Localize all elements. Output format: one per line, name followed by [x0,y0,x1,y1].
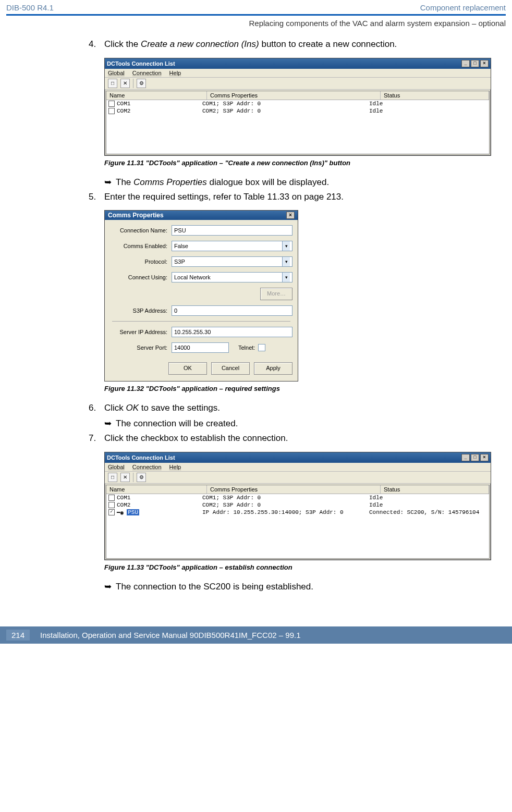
window-title: DCTools Connection List [107,454,175,461]
step-4: 4. Click the Create a new connection (In… [89,38,506,51]
server-ip-input[interactable]: 10.255.255.30 [172,327,292,337]
menu-connection[interactable]: Connection [132,70,162,76]
delete-button[interactable]: ✕ [120,473,130,482]
figure-11-33: DCTools Connection List _ □ × Global Con… [104,452,506,560]
server-port-input[interactable]: 14000 [172,342,229,353]
minimize-icon[interactable]: _ [461,60,470,67]
comms-enabled-select[interactable]: False▾ [172,241,292,251]
menu-connection[interactable]: Connection [132,464,162,470]
menu-help[interactable]: Help [169,70,181,76]
header-subtitle: Replacing components of the VAC and alar… [0,16,512,38]
protocol-select[interactable]: S3P▾ [172,256,292,267]
row-checkbox[interactable] [108,495,115,501]
step-5: 5. Enter the required settings, refer to… [89,191,506,203]
cancel-button[interactable]: Cancel [211,362,250,375]
arrow-icon: ➥ [104,581,116,593]
page-number: 214 [6,630,30,641]
figure-caption-33: Figure 11.33 "DCTools" application – est… [104,563,506,571]
menu-global[interactable]: Global [108,464,125,470]
dctools-window-2: DCTools Connection List _ □ × Global Con… [104,452,491,560]
result-line: ➥ The Comms Properties dialogue box will… [104,176,506,189]
minimize-icon[interactable]: _ [461,454,470,461]
result-line: ➥ The connection to the SC200 is being e… [104,581,506,593]
footer-text: Installation, Operation and Service Manu… [40,631,300,639]
maximize-icon[interactable]: □ [471,454,479,461]
header-right: Component replacement [420,3,506,12]
grid-header: Name Comms Properties Status [106,485,489,494]
chevron-down-icon[interactable]: ▾ [282,241,290,251]
separator [112,321,290,322]
grid-header: Name Comms Properties Status [106,91,489,100]
arrow-icon: ➥ [104,417,116,430]
result-line: ➥ The connection will be created. [104,417,506,430]
col-status[interactable]: Status [381,485,489,494]
window-toolbar: □ ✕ ⚙ [105,78,491,90]
header-left: DIB-500 R4.1 [6,3,54,12]
row-checkbox[interactable] [108,101,115,107]
step-number: 4. [89,38,104,51]
row-checkbox[interactable] [108,502,115,508]
main-content: 4. Click the Create a new connection (In… [0,38,512,611]
close-icon[interactable]: × [480,454,489,461]
col-name[interactable]: Name [106,485,207,494]
label-connection-name: Connection Name: [110,227,172,233]
properties-button[interactable]: ⚙ [137,473,146,482]
window-titlebar: DCTools Connection List _ □ × [105,452,491,463]
connection-list: Name Comms Properties Status COM1 COM1; … [106,91,490,154]
comms-properties-dialog: Comms Properties × Connection Name: PSU … [104,210,298,382]
telnet-checkbox[interactable] [258,344,265,351]
maximize-icon[interactable]: □ [471,60,479,67]
col-props[interactable]: Comms Properties [207,485,381,494]
list-item[interactable]: COM2 COM2; S3P Addr: 0 Idle [106,107,489,115]
step-text: Click OK to save the settings. [104,402,506,414]
connection-list: Name Comms Properties Status COM1 COM1; … [106,485,490,559]
step-text: Click the Create a new connection (Ins) … [104,38,506,51]
menu-global[interactable]: Global [108,70,125,76]
figure-11-31: DCTools Connection List _ □ × Global Con… [104,58,506,156]
list-item[interactable]: COM1 COM1; S3P Addr: 0 Idle [106,494,489,501]
dialog-buttons: OK Cancel Apply [105,358,298,381]
delete-button[interactable]: ✕ [120,79,130,88]
list-item[interactable]: ━◉PSU IP Addr: 10.255.255.30:14000; S3P … [106,509,489,516]
chevron-down-icon[interactable]: ▾ [282,273,290,282]
ok-button[interactable]: OK [168,362,207,375]
label-s3p-address: S3P Address: [110,307,172,314]
window-menubar: Global Connection Help [105,463,491,472]
step-number: 6. [89,402,104,414]
figure-caption-31: Figure 11.31 "DCTools" application – "Cr… [104,159,506,167]
window-menubar: Global Connection Help [105,69,491,78]
label-server-ip: Server IP Address: [110,329,172,335]
new-connection-button[interactable]: □ [108,79,117,88]
row-checkbox[interactable] [108,108,115,114]
menu-help[interactable]: Help [169,464,181,470]
dctools-window-1: DCTools Connection List _ □ × Global Con… [104,58,491,156]
new-connection-button[interactable]: □ [108,473,117,482]
close-icon[interactable]: × [286,212,295,219]
step-7: 7. Click the checkbox to establish the c… [89,432,506,445]
list-item[interactable]: COM2 COM2; S3P Addr: 0 Idle [106,501,489,509]
arrow-icon: ➥ [104,176,116,189]
dialog-titlebar: Comms Properties × [105,211,298,220]
s3p-address-input[interactable]: 0 [172,305,292,316]
step-6: 6. Click OK to save the settings. [89,402,506,414]
col-status[interactable]: Status [381,91,489,100]
list-item[interactable]: COM1 COM1; S3P Addr: 0 Idle [106,100,489,107]
figure-11-32: Comms Properties × Connection Name: PSU … [104,210,506,382]
window-toolbar: □ ✕ ⚙ [105,472,491,484]
properties-button[interactable]: ⚙ [137,79,146,88]
page-footer: 214 Installation, Operation and Service … [0,626,512,644]
col-props[interactable]: Comms Properties [207,91,381,100]
step-number: 5. [89,191,104,203]
label-comms-enabled: Comms Enabled: [110,243,172,249]
connection-name-input[interactable]: PSU [172,225,292,236]
chevron-down-icon[interactable]: ▾ [282,257,290,266]
connect-using-select[interactable]: Local Network▾ [172,272,292,282]
label-server-port: Server Port: [110,345,172,351]
label-telnet: Telnet: [238,345,255,351]
step-text: Click the checkbox to establish the conn… [104,432,506,445]
row-checkbox[interactable] [108,509,115,515]
label-connect-using: Connect Using: [110,274,172,280]
close-icon[interactable]: × [480,60,489,67]
col-name[interactable]: Name [106,91,207,100]
apply-button[interactable]: Apply [254,362,292,375]
